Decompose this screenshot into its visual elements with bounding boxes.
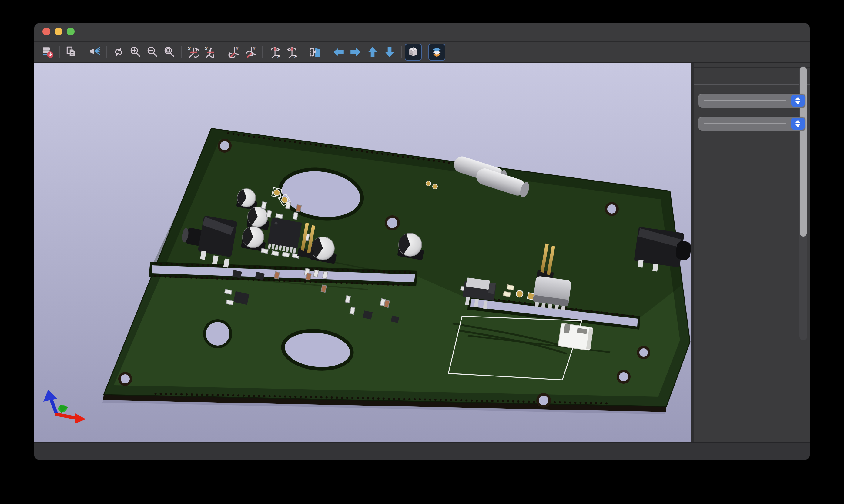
pan-left-button[interactable]	[330, 43, 347, 60]
pan-down-icon	[383, 46, 396, 58]
toolbar-separator	[222, 46, 222, 58]
render-raytracing-button[interactable]	[86, 43, 103, 60]
zoom-out-button[interactable]	[144, 43, 161, 60]
title-bar[interactable]	[34, 23, 810, 42]
select-stepper-icon[interactable]	[791, 94, 805, 107]
show-layers-button[interactable]	[428, 43, 445, 60]
soic-ic-u7	[267, 217, 302, 253]
zoom-to-fit-icon	[163, 46, 176, 58]
rotate-z-cw-icon: Z	[268, 46, 281, 58]
layer-list	[694, 68, 810, 70]
svg-text:Y: Y	[253, 46, 256, 51]
svg-text:X: X	[188, 46, 191, 51]
viewport-label	[694, 112, 810, 116]
show-layers-icon	[430, 46, 443, 58]
pan-right-icon	[349, 46, 362, 58]
usb-connector	[532, 276, 572, 311]
rotate-z-cw-button[interactable]: Z	[266, 43, 283, 60]
toolbar-separator	[401, 46, 402, 58]
app-window: X X Y	[34, 23, 810, 461]
toolbar-separator	[425, 46, 425, 58]
svg-text:X: X	[205, 46, 208, 51]
toolbar-separator	[83, 46, 83, 58]
refresh-view-icon	[112, 46, 125, 58]
zoom-to-fit-button[interactable]	[161, 43, 178, 60]
pan-right-button[interactable]	[347, 43, 364, 60]
appearance-panel	[694, 63, 810, 442]
select-stepper-icon[interactable]	[791, 118, 805, 130]
flip-board-icon	[309, 46, 321, 58]
zoom-in-icon	[129, 46, 142, 58]
appearance-header	[694, 63, 810, 68]
toolbar-separator	[327, 46, 327, 58]
pcb-3d-render	[34, 63, 691, 442]
zoom-out-icon	[146, 46, 159, 58]
pan-down-button[interactable]	[381, 43, 398, 60]
rotate-y-cw-icon: Y	[227, 46, 240, 58]
toolbar-separator	[303, 46, 304, 58]
3d-viewport[interactable]	[34, 63, 691, 442]
chevron-down-icon	[795, 102, 800, 104]
zoom-in-button[interactable]	[127, 43, 144, 60]
render-raytracing-icon	[88, 46, 101, 58]
rotate-y-ccw-icon: Y	[244, 46, 257, 58]
status-bar	[34, 442, 810, 461]
refresh-view-button[interactable]	[110, 43, 127, 60]
pan-up-icon	[366, 46, 379, 58]
copy-image-button[interactable]	[63, 43, 80, 60]
rotate-x-cw-icon: X	[187, 46, 200, 58]
reload-board-icon	[41, 46, 54, 58]
pan-left-icon	[332, 46, 345, 58]
rotate-x-cw-button[interactable]: X	[185, 43, 202, 60]
toolbar: X X Y	[34, 42, 810, 63]
chevron-down-icon	[795, 125, 800, 127]
toolbar-separator	[59, 46, 60, 58]
toolbar-separator	[181, 46, 182, 58]
preset-select[interactable]	[699, 94, 806, 108]
rotate-x-ccw-icon: X	[204, 46, 217, 58]
svg-text:Z: Z	[294, 55, 296, 58]
viewport-select[interactable]	[699, 116, 806, 130]
svg-text:Y: Y	[236, 46, 239, 51]
toolbar-separator	[106, 46, 107, 58]
chevron-up-icon	[795, 120, 800, 123]
toolbar-separator	[262, 46, 263, 58]
pan-up-button[interactable]	[364, 43, 381, 60]
svg-text:Z: Z	[277, 55, 279, 58]
chevron-up-icon	[795, 97, 800, 100]
rotate-y-cw-button[interactable]: Y	[225, 43, 242, 60]
preset-label	[694, 89, 810, 94]
orthographic-projection-button[interactable]	[405, 43, 422, 60]
rotate-z-ccw-icon: Z	[285, 46, 298, 58]
main-area	[34, 63, 810, 442]
scrollbar-thumb[interactable]	[800, 67, 807, 237]
orthographic-projection-icon	[407, 46, 419, 58]
panel-seam	[691, 63, 694, 442]
rotate-y-ccw-button[interactable]: Y	[242, 43, 259, 60]
window-title	[34, 23, 810, 42]
rotate-x-ccw-button[interactable]: X	[202, 43, 219, 60]
jst-connector-u6	[558, 323, 593, 350]
rotate-z-ccw-button[interactable]: Z	[283, 43, 300, 60]
reload-board-button[interactable]	[39, 43, 56, 60]
flip-board-button[interactable]	[307, 43, 324, 60]
panel-divider	[694, 84, 810, 85]
copy-image-icon	[65, 46, 77, 58]
